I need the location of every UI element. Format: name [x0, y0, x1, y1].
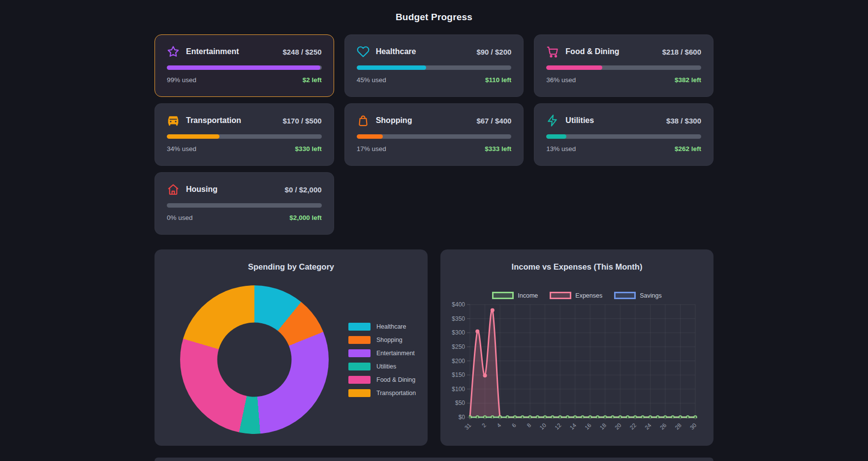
zap-icon: [546, 114, 559, 127]
pie-legend-item-healthcare[interactable]: Healthcare: [348, 323, 416, 331]
amount-spent-vs-budget: $90 / $200: [476, 48, 511, 56]
x-axis-tick: 12: [554, 422, 562, 431]
legend-label: Healthcare: [376, 323, 406, 330]
budget-cards-grid: Entertainment $248 / $250 99% used $2 le…: [155, 34, 713, 235]
amount-left-label: $333 left: [485, 145, 511, 153]
amount-spent-vs-budget: $0 / $2,000: [285, 185, 322, 194]
x-axis-tick: 18: [599, 422, 608, 431]
donut-hole: [217, 323, 292, 397]
x-axis-tick: 24: [644, 422, 652, 431]
amount-left-label: $330 left: [295, 145, 322, 153]
charts-row: Spending by Category Healthcare Shopping…: [155, 249, 713, 446]
pie-legend: Healthcare Shopping Entertainment Utilit…: [348, 323, 416, 397]
y-axis-tick: $400: [452, 301, 465, 308]
card-footer: 99% used $2 left: [167, 76, 322, 84]
legend-swatch: [348, 389, 371, 397]
income-vs-expenses-card: Income vs Expenses (This Month) Income E…: [440, 249, 713, 446]
category-name: Entertainment: [186, 47, 239, 56]
amount-left-label: $2,000 left: [289, 214, 321, 221]
category-name: Utilities: [565, 116, 594, 125]
spending-by-category-card: Spending by Category Healthcare Shopping…: [155, 249, 428, 446]
card-header: Transportation $170 / $500: [167, 114, 322, 127]
card-footer: 0% used $2,000 left: [167, 214, 322, 221]
pie-legend-item-shopping[interactable]: Shopping: [348, 336, 416, 344]
x-axis-tick: 8: [526, 422, 532, 429]
pie-legend-item-utilities[interactable]: Utilities: [348, 363, 416, 370]
card-footer: 17% used $333 left: [357, 145, 512, 153]
legend-swatch: [348, 349, 371, 357]
progress-fill: [357, 134, 383, 139]
budget-card-healthcare[interactable]: Healthcare $90 / $200 45% used $110 left: [344, 34, 524, 97]
pie-legend-item-food-dining[interactable]: Food & Dining: [348, 376, 416, 384]
amount-left-label: $110 left: [485, 76, 511, 84]
pie-legend-item-entertainment[interactable]: Entertainment: [348, 349, 416, 357]
amount-left-label: $382 left: [675, 76, 701, 84]
amount-left-label: $262 left: [675, 145, 701, 153]
y-axis-tick: $350: [452, 315, 465, 322]
progress-track: [546, 65, 701, 70]
y-axis-tick: $250: [452, 343, 465, 350]
percent-used-label: 99% used: [167, 76, 196, 84]
x-axis-tick: 16: [584, 422, 592, 431]
card-header: Shopping $67 / $400: [357, 114, 512, 127]
y-axis-tick: $0: [459, 414, 465, 421]
x-axis-tick: 6: [511, 422, 517, 429]
page-title: Budget Progress: [155, 12, 713, 23]
category-name: Healthcare: [376, 47, 416, 56]
legend-swatch: [348, 336, 371, 344]
budget-card-shopping[interactable]: Shopping $67 / $400 17% used $333 left: [344, 103, 524, 166]
progress-track: [167, 203, 322, 208]
shopping-cart-icon: [546, 45, 559, 58]
budget-dashboard: Budget Progress Entertainment $248 / $25…: [155, 0, 713, 446]
amount-left-label: $2 left: [303, 76, 322, 84]
budget-card-utilities[interactable]: Utilities $38 / $300 13% used $262 left: [534, 103, 713, 166]
percent-used-label: 17% used: [357, 145, 386, 153]
next-section-card-edge: [155, 458, 713, 461]
card-header: Food & Dining $218 / $600: [546, 45, 701, 58]
pie-legend-item-transportation[interactable]: Transportation: [348, 389, 416, 397]
percent-used-label: 34% used: [167, 145, 196, 153]
spending-donut-chart[interactable]: [180, 285, 329, 434]
legend-label: Utilities: [376, 363, 396, 370]
budget-card-housing[interactable]: Housing $0 / $2,000 0% used $2,000 left: [155, 172, 334, 235]
amount-spent-vs-budget: $248 / $250: [282, 48, 321, 56]
progress-fill: [357, 65, 427, 70]
category-name: Food & Dining: [565, 47, 619, 56]
x-axis-tick: 30: [689, 422, 698, 431]
card-header: Housing $0 / $2,000: [167, 183, 322, 196]
amount-spent-vs-budget: $218 / $600: [662, 48, 701, 56]
pie-chart-title: Spending by Category: [155, 262, 428, 272]
card-footer: 45% used $110 left: [357, 76, 512, 84]
car-icon: [167, 114, 180, 127]
card-footer: 34% used $330 left: [167, 145, 322, 153]
budget-card-food-dining[interactable]: Food & Dining $218 / $600 36% used $382 …: [534, 34, 713, 97]
x-axis-tick: 2: [481, 422, 487, 429]
legend-label: Food & Dining: [376, 376, 415, 383]
legend-swatch: [348, 376, 371, 384]
card-footer: 36% used $382 left: [546, 76, 701, 84]
progress-track: [357, 134, 512, 139]
budget-card-transportation[interactable]: Transportation $170 / $500 34% used $330…: [155, 103, 334, 166]
category-name: Housing: [186, 185, 217, 194]
line-chart-plot[interactable]: $400$350$300$250$200$150$100$50$03124681…: [440, 249, 713, 446]
x-axis-tick: 20: [614, 422, 622, 431]
card-header: Entertainment $248 / $250: [167, 45, 322, 58]
category-name: Shopping: [376, 116, 412, 125]
shopping-bag-icon: [357, 114, 370, 127]
progress-track: [167, 134, 322, 139]
x-axis-tick: 31: [464, 422, 472, 431]
progress-fill: [167, 134, 219, 139]
budget-card-entertainment[interactable]: Entertainment $248 / $250 99% used $2 le…: [155, 34, 334, 97]
heart-icon: [357, 45, 370, 58]
card-footer: 13% used $262 left: [546, 145, 701, 153]
amount-spent-vs-budget: $170 / $500: [282, 117, 321, 125]
x-axis-tick: 4: [496, 422, 502, 429]
card-header: Utilities $38 / $300: [546, 114, 701, 127]
progress-fill: [167, 65, 320, 70]
progress-fill: [546, 65, 602, 70]
progress-fill: [546, 134, 566, 139]
legend-label: Shopping: [376, 337, 403, 343]
amount-spent-vs-budget: $67 / $400: [476, 117, 511, 125]
x-axis-tick: 22: [629, 422, 638, 431]
legend-swatch: [348, 323, 371, 331]
